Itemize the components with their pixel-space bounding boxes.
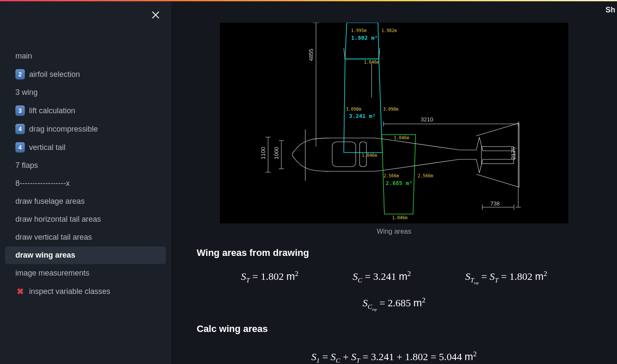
eq-S1: S1 = SC + ST = 3.241 + 1.802 = 5.044 m2 [311,350,477,364]
sidebar-item-label: airfoil selection [29,70,156,79]
sidebar-item-main[interactable]: main [5,47,166,65]
sidebar-item-label: vertical tail [29,143,156,152]
eq-STexp: STexp = ST = 1.802 m2 [465,270,547,285]
main-content: Sh 4855 1.995m 1.982m 1.802 m² 1.046m [171,1,617,364]
sidebar-item-inspect-variable-classes[interactable]: ✖inspect variable classes [5,282,166,300]
sidebar-item-label: draw vertical tail areas [15,233,156,242]
sidebar-item-label: lift calculation [29,106,156,115]
sidebar-item-3-wing[interactable]: 3 wing [5,84,166,101]
figure-caption: Wing areas [220,228,568,235]
svg-rect-9 [481,147,514,164]
sidebar-item-label: draw horizontal tail areas [15,215,156,224]
ann-green-toplen: 1.046m [394,135,409,140]
sidebar-item-label: 7 flaps [15,161,156,170]
sidebar-item-7-flaps[interactable]: 7 flaps [5,157,166,174]
ann-green-w2: 2.566m [418,173,433,178]
eq-ST: ST = 1.802 m2 [241,270,298,284]
dim-2175: 2175 [510,147,517,159]
sidebar-item-lift-calculation[interactable]: 3lift calculation [5,102,166,120]
dim-1000: 1000 [273,147,280,159]
sidebar-item-draw-fuselage-areas[interactable]: draw fuselage areas [5,193,166,210]
keycap-3-icon: 3 [15,106,25,115]
keycap-4-icon: 4 [15,143,25,152]
equations-row-2: SCexp = 2.685 m2 [214,296,574,311]
ann-mid-w2: 3.098m [383,107,399,112]
heading-calc: Calc wing areas [197,323,591,335]
equations-row-1: ST = 1.802 m2 SC = 3.241 m2 STexp = ST =… [214,270,574,285]
keycap-4-icon: 4 [15,124,25,134]
close-sidebar-button[interactable] [150,9,162,21]
sidebar-item-label: drag incompressible [29,125,156,134]
sidebar-item-airfoil-selection[interactable]: 2airfoil selection [5,65,166,83]
dim-738: 738 [490,200,500,207]
ann-top-w1: 1.995m [351,28,366,33]
sidebar-item-label: 3 wing [15,88,156,97]
sidebar-item-label: inspect variable classes [29,287,156,296]
eq-SC: SC = 3.241 m2 [353,270,411,284]
sidebar-item-label: draw fuselage areas [15,197,156,206]
ann-top-w2: 1.982m [381,28,397,33]
nav-list: main2airfoil selection3 wing3lift calcul… [0,47,171,300]
sidebar-item-label: image measurements [15,269,156,278]
sidebar-item-draw-vertical-tail-areas[interactable]: draw vertical tail areas [5,229,166,246]
dim-4855: 4855 [308,49,314,61]
heading-from-drawing: Wing areas from drawing [197,247,591,258]
equations-row-3: S1 = SC + ST = 3.241 + 1.802 = 5.044 m2 [214,350,574,364]
sidebar-item-label: main [15,52,156,61]
keycap-2-icon: 2 [15,70,25,79]
sidebar-item-label: 8------------------x [15,179,156,188]
sidebar-item-8-x[interactable]: 8------------------x [5,175,166,192]
dim-1100: 1100 [260,147,266,159]
sidebar-item-drag-incompressible[interactable]: 4drag incompressible [5,120,166,138]
ann-green-w1: 2.566m [384,173,399,178]
top-right-truncated-label: Sh [605,6,617,15]
wing-areas-figure: 4855 1.995m 1.982m 1.802 m² 1.046m 3.098… [220,23,568,223]
sidebar-item-vertical-tail[interactable]: 4vertical tail [5,138,166,156]
ann-mid-area: 3.241 m² [349,113,376,119]
sidebar-item-draw-wing-areas[interactable]: draw wing areas [5,247,166,264]
close-icon [151,10,160,20]
ann-green-area: 2.685 m² [386,180,413,186]
fuselage-outline-icon [292,48,519,187]
x-mark-icon: ✖ [15,287,25,296]
sidebar-item-draw-horizontal-tail-areas[interactable]: draw horizontal tail areas [5,211,166,228]
figure-container: 4855 1.995m 1.982m 1.802 m² 1.046m 3.098… [220,23,568,235]
ann-green-bottom: 1.046m [392,215,407,220]
sidebar-item-label: draw wing areas [15,251,156,260]
eq-SCexp: SCexp = 2.685 m2 [363,296,425,311]
dim-3210: 3210 [421,116,433,123]
ann-inside-1046: 1.046m [362,153,377,158]
sidebar-item-image-measurements[interactable]: image measurements [5,264,166,282]
ann-top-area: 1.802 m² [351,35,378,41]
ann-mid-w1: 3.098m [346,107,361,112]
sidebar: main2airfoil selection3 wing3lift calcul… [0,1,171,364]
